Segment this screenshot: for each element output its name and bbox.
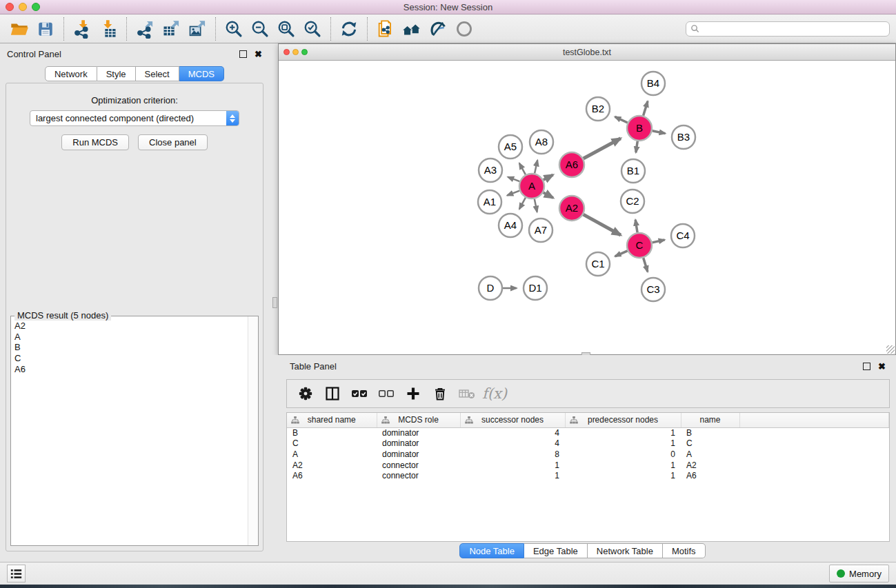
close-table-panel-icon[interactable]: ✖	[878, 363, 886, 370]
graph-edge-B-B4[interactable]	[644, 101, 648, 116]
graph-edge-C-C3[interactable]	[644, 258, 648, 272]
table-cell[interactable]: 1	[460, 470, 565, 481]
graph-edge-A-A7[interactable]	[535, 199, 537, 212]
import-table-icon[interactable]	[95, 17, 121, 41]
search-input[interactable]	[699, 24, 885, 34]
close-panel-icon[interactable]: ✖	[255, 50, 262, 58]
table-cell[interactable]: A	[681, 449, 739, 460]
network-document-icon[interactable]	[372, 17, 399, 41]
network-close-button[interactable]	[283, 49, 290, 55]
column-header-mcds-role[interactable]: MCDS role	[377, 413, 460, 427]
delete-column-trash-icon[interactable]	[430, 383, 450, 404]
export-network-icon[interactable]	[132, 17, 158, 41]
select-all-checkboxes-icon[interactable]	[349, 383, 370, 404]
network-minimize-button[interactable]	[292, 49, 299, 55]
minimize-window-button[interactable]	[19, 3, 27, 11]
function-builder-icon[interactable]: f(x)	[484, 383, 504, 404]
table-cell[interactable]: A2	[287, 460, 377, 471]
vertical-splitter-handle[interactable]	[272, 297, 277, 308]
table-cell[interactable]: B	[287, 427, 377, 438]
table-columns-icon[interactable]	[322, 383, 343, 404]
window-resize-grip[interactable]	[886, 345, 895, 354]
table-cell[interactable]: dominator	[377, 427, 460, 438]
table-cell[interactable]: 1	[565, 438, 681, 449]
delete-table-icon[interactable]	[457, 383, 477, 404]
table-cell[interactable]: 8	[460, 449, 565, 460]
network-canvas[interactable]: B4B2BB3A8A5A6A3B1AC2A1A2A4A7C4CC1C3DD1	[279, 61, 895, 354]
tab-node-table[interactable]: Node Table	[459, 543, 524, 558]
table-cell[interactable]: A6	[287, 470, 377, 481]
table-row[interactable]: A6connector11A6	[287, 470, 889, 481]
add-column-icon[interactable]	[403, 383, 424, 404]
table-cell[interactable]: B	[681, 427, 739, 438]
table-cell[interactable]: 1	[565, 427, 681, 438]
graph-edge-A-A8[interactable]	[535, 160, 537, 173]
mcds-result-item[interactable]: A2	[14, 321, 244, 332]
table-cell[interactable]: dominator	[377, 449, 460, 460]
table-cell[interactable]: 4	[460, 427, 565, 438]
close-window-button[interactable]	[6, 3, 14, 11]
run-mcds-button[interactable]: Run MCDS	[61, 134, 129, 150]
table-cell[interactable]: C	[681, 438, 739, 449]
tab-style[interactable]: Style	[97, 66, 136, 81]
mcds-result-item[interactable]: C	[14, 353, 244, 364]
mcds-result-item[interactable]: A6	[14, 364, 244, 375]
table-cell[interactable]: 1	[460, 460, 565, 471]
mcds-result-item[interactable]: B	[14, 342, 244, 353]
search-field[interactable]	[686, 21, 890, 37]
table-cell[interactable]: dominator	[377, 438, 460, 449]
graph-edge-B-B2[interactable]	[615, 116, 627, 123]
network-zoom-button[interactable]	[301, 49, 308, 55]
graph-edge-C-C4[interactable]	[653, 240, 665, 243]
export-image-icon[interactable]	[184, 17, 210, 41]
table-row[interactable]: Bdominator41B	[287, 427, 889, 438]
zoom-selected-icon[interactable]	[299, 17, 326, 41]
tab-edge-table[interactable]: Edge Table	[524, 543, 588, 558]
zoom-out-icon[interactable]	[247, 17, 273, 41]
graph-edge-C-C1[interactable]	[615, 251, 628, 256]
table-cell[interactable]: connector	[377, 460, 460, 471]
graph-edge-A-A4[interactable]	[519, 198, 526, 210]
graph-edge-A6-B[interactable]	[584, 139, 621, 159]
export-table-icon[interactable]	[158, 17, 184, 41]
table-settings-gear-icon[interactable]	[295, 383, 316, 404]
zoom-fit-icon[interactable]	[273, 17, 299, 41]
float-table-panel-icon[interactable]	[863, 363, 870, 370]
table-row[interactable]: A2connector11A2	[287, 460, 889, 471]
column-header-predecessor-nodes[interactable]: predecessor nodes	[565, 413, 681, 427]
graph-edge-A-A2[interactable]	[544, 192, 553, 198]
table-cell[interactable]: C	[287, 438, 377, 449]
table-cell[interactable]: A2	[681, 460, 739, 471]
table-row[interactable]: Cdominator41C	[287, 438, 889, 449]
task-history-list-icon[interactable]	[7, 565, 26, 582]
open-file-icon[interactable]	[6, 17, 32, 41]
table-row[interactable]: Adominator80A	[287, 449, 889, 460]
graph-edge-C-C2[interactable]	[635, 220, 637, 233]
graph-edge-A-A5[interactable]	[519, 163, 526, 175]
column-header-shared-name[interactable]: shared name	[287, 413, 377, 427]
table-cell[interactable]: 0	[565, 449, 681, 460]
tab-network-table[interactable]: Network Table	[588, 543, 663, 558]
column-header-name[interactable]: name	[681, 413, 739, 427]
graph-edge-B-B3[interactable]	[653, 131, 666, 134]
tab-select[interactable]: Select	[136, 66, 179, 81]
deselect-all-checkboxes-icon[interactable]	[376, 383, 397, 404]
table-cell[interactable]: 1	[565, 460, 681, 471]
criterion-dropdown[interactable]: largest connected component (directed)	[30, 110, 239, 126]
graph-edge-A-A1[interactable]	[507, 191, 519, 196]
import-network-icon[interactable]	[69, 17, 95, 41]
refresh-view-icon[interactable]	[336, 17, 362, 41]
graph-edge-A2-C[interactable]	[584, 214, 621, 235]
save-session-icon[interactable]	[32, 17, 59, 41]
vizmap-icon[interactable]	[425, 17, 451, 41]
graphics-details-eye-icon[interactable]	[451, 17, 477, 41]
column-header-successor-nodes[interactable]: successor nodes	[460, 413, 565, 427]
graph-edge-A-A6[interactable]	[544, 175, 553, 180]
memory-status-button[interactable]: Memory	[829, 565, 889, 582]
table-cell[interactable]: A	[287, 449, 377, 460]
result-list-scrollbar[interactable]	[248, 316, 258, 545]
float-panel-icon[interactable]	[239, 50, 247, 58]
home-icon[interactable]	[399, 17, 425, 41]
table-cell[interactable]: 1	[565, 470, 681, 481]
tab-network[interactable]: Network	[45, 66, 97, 81]
